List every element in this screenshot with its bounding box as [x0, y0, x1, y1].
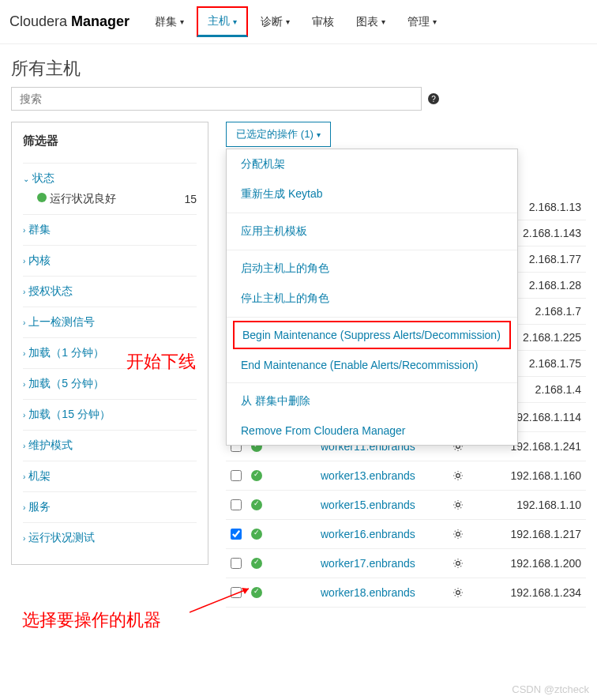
nav-hosts[interactable]: 主机▾ — [197, 6, 248, 37]
filter-status-label: 状态 — [32, 171, 54, 186]
content-column: 已选定的操作 (1) ▾ 分配机架 重新生成 Keytab 应用主机模板 启动主… — [226, 122, 586, 608]
filter-status-good[interactable]: 运行状况良好 15 — [23, 186, 197, 206]
action-remove-cluster[interactable]: 从 群集中删除 — [227, 386, 517, 416]
filter-kernel[interactable]: ›内核 — [23, 254, 197, 268]
table-row: worker13.enbrands192.168.1.160 — [226, 461, 586, 491]
action-stop-roles[interactable]: 停止主机上的角色 — [227, 284, 517, 314]
search-input[interactable] — [11, 87, 422, 111]
host-name-link[interactable]: worker15.enbrands — [321, 499, 443, 511]
host-ip: 2.168.1.7 — [535, 305, 581, 318]
nav-diagnostics[interactable]: 诊断▾ — [251, 6, 299, 37]
status-ok-icon — [251, 499, 262, 510]
host-checkbox[interactable] — [231, 529, 242, 540]
caret-icon: ▾ — [286, 17, 290, 26]
nav-audit[interactable]: 审核 — [302, 6, 344, 37]
action-apply-template[interactable]: 应用主机模板 — [227, 216, 517, 247]
separator — [227, 317, 517, 318]
status-ok-icon — [37, 193, 47, 202]
host-ip: 2.168.1.225 — [523, 331, 581, 344]
filter-load15[interactable]: ›加载（15 分钟） — [23, 408, 197, 422]
nav-admin[interactable]: 管理▾ — [398, 6, 446, 37]
search-row: ? — [0, 87, 597, 122]
host-ip: 192.168.1.114 — [510, 411, 581, 423]
filter-status[interactable]: ⌄状态 — [23, 171, 197, 186]
gear-icon — [452, 587, 464, 598]
caret-icon: ▾ — [233, 17, 237, 26]
caret-icon: ▾ — [433, 17, 437, 26]
action-assign-rack[interactable]: 分配机架 — [227, 149, 517, 179]
selected-actions-label: 已选定的操作 (1) — [236, 127, 314, 141]
selected-actions-button[interactable]: 已选定的操作 (1) ▾ — [226, 122, 331, 147]
filter-services[interactable]: ›服务 — [23, 500, 197, 514]
filter-health-label: 运行状况测试 — [28, 531, 95, 545]
host-name-link[interactable]: worker18.enbrands — [321, 586, 443, 599]
host-name-link[interactable]: worker16.enbrands — [321, 528, 443, 540]
filter-cluster[interactable]: ›群集 — [23, 223, 197, 237]
nav-charts[interactable]: 图表▾ — [347, 6, 395, 37]
filter-cluster-label: 群集 — [28, 223, 51, 237]
status-ok-icon — [251, 558, 262, 569]
chevron-right-icon: › — [23, 411, 25, 420]
host-checkbox[interactable] — [231, 558, 242, 569]
filter-auth[interactable]: ›授权状态 — [23, 284, 197, 299]
brand-light: Cloudera — [9, 13, 71, 29]
filter-panel: 筛选器 ⌄状态 运行状况良好 15 ›群集 ›内核 ›授权状态 ›上一检测信号 … — [11, 122, 208, 565]
nav-clusters-label: 群集 — [155, 15, 177, 29]
caret-icon: ▾ — [381, 17, 385, 26]
filter-heartbeat[interactable]: ›上一检测信号 — [23, 315, 197, 329]
action-start-roles[interactable]: 启动主机上的角色 — [227, 254, 517, 284]
host-checkbox[interactable] — [231, 587, 242, 598]
nav-clusters[interactable]: 群集▾ — [145, 6, 193, 37]
status-ok-icon — [251, 529, 262, 540]
filter-heartbeat-label: 上一检测信号 — [28, 315, 95, 329]
filter-title: 筛选器 — [23, 134, 197, 149]
annotation-begin-offline: 开始下线 — [126, 350, 196, 374]
host-ip: 192.168.1.241 — [510, 440, 581, 453]
filter-rack-label: 机架 — [28, 469, 51, 484]
action-remove-cm[interactable]: Remove From Cloudera Manager — [227, 416, 517, 445]
separator — [227, 213, 517, 213]
filter-maint-label: 维护模式 — [28, 438, 73, 453]
host-ip: 2.168.1.143 — [523, 227, 581, 239]
help-icon[interactable]: ? — [428, 93, 439, 104]
separator — [227, 250, 517, 250]
host-ip: 2.168.1.28 — [529, 279, 581, 292]
host-ip: 2.168.1.4 — [535, 383, 581, 396]
chevron-right-icon: › — [23, 534, 25, 543]
filter-load15-label: 加载（15 分钟） — [28, 408, 110, 422]
action-begin-maintenance[interactable]: Begin Maintenance (Suppress Alerts/Decom… — [233, 321, 511, 349]
host-checkbox[interactable] — [231, 499, 242, 510]
status-ok-icon — [251, 470, 262, 481]
filter-load5-label: 加载（5 分钟） — [28, 377, 104, 391]
nav-admin-label: 管理 — [407, 15, 430, 29]
gear-icon — [452, 470, 464, 481]
filter-load5[interactable]: ›加载（5 分钟） — [23, 377, 197, 391]
nav-diagnostics-label: 诊断 — [261, 15, 283, 29]
filter-kernel-label: 内核 — [28, 254, 51, 268]
host-ip: 2.168.1.77 — [529, 253, 581, 265]
host-ip: 2.168.1.75 — [529, 357, 581, 370]
host-checkbox[interactable] — [231, 470, 242, 481]
chevron-right-icon: › — [23, 442, 25, 450]
filter-status-good-count: 15 — [184, 193, 197, 205]
host-name-link[interactable]: worker17.enbrands — [321, 557, 443, 570]
host-name-link[interactable]: worker13.enbrands — [321, 469, 443, 482]
nav-hosts-label: 主机 — [208, 14, 230, 28]
action-end-maintenance[interactable]: End Maintenance (Enable Alerts/Recommiss… — [227, 351, 517, 379]
chevron-right-icon: › — [23, 288, 25, 296]
filter-rack[interactable]: ›机架 — [23, 469, 197, 484]
chevron-right-icon: › — [23, 472, 25, 481]
filter-maint[interactable]: ›维护模式 — [23, 438, 197, 453]
chevron-right-icon: › — [23, 503, 25, 512]
chevron-right-icon: › — [23, 226, 25, 235]
brand-logo: Cloudera Manager — [9, 13, 130, 30]
nav-charts-label: 图表 — [356, 15, 378, 29]
filter-health[interactable]: ›运行状况测试 — [23, 531, 197, 545]
action-regen-keytab[interactable]: 重新生成 Keytab — [227, 179, 517, 209]
page-title: 所有主机 — [0, 44, 597, 87]
nav-audit-label: 审核 — [312, 15, 334, 29]
actions-dropdown: 分配机架 重新生成 Keytab 应用主机模板 启动主机上的角色 停止主机上的角… — [226, 149, 518, 446]
chevron-right-icon: › — [23, 318, 25, 327]
caret-icon: ▾ — [180, 17, 184, 26]
host-ip: 2.168.1.13 — [529, 201, 581, 213]
